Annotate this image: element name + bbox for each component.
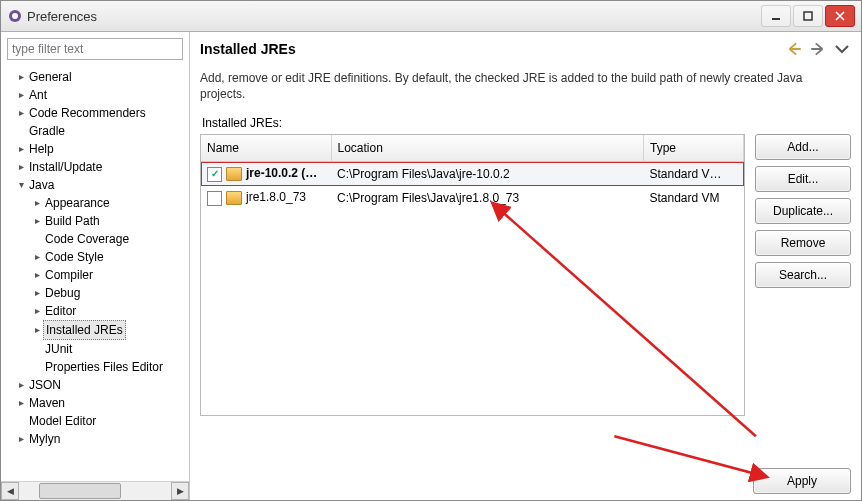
tree-twisty-icon[interactable]: ▸ [31,266,43,284]
svg-point-1 [12,13,18,19]
tree-item[interactable]: ▸General [3,68,189,86]
scroll-right-arrow-icon[interactable]: ▶ [171,482,189,500]
tree-item-label: Editor [43,302,78,320]
jre-checkbox[interactable] [207,167,222,182]
tree-item[interactable]: JUnit [3,340,189,358]
add-button[interactable]: Add... [755,134,851,160]
tree-twisty-icon[interactable]: ▸ [15,376,27,394]
tree-item[interactable]: ▸Code Style [3,248,189,266]
forward-icon[interactable] [809,40,827,58]
filter-input[interactable] [7,38,183,60]
tree-twisty-icon[interactable]: ▸ [31,321,43,339]
column-header-name[interactable]: Name [201,135,331,162]
tree-item[interactable]: Properties Files Editor [3,358,189,376]
back-icon[interactable] [785,40,803,58]
jre-icon [226,167,242,181]
tree-twisty-icon[interactable]: ▸ [15,158,27,176]
scrollbar-thumb[interactable] [39,483,121,499]
tree-item-label: Installed JREs [43,320,126,340]
tree-item[interactable]: ▸Mylyn [3,430,189,448]
jre-table[interactable]: Name Location Type jre-10.0.2 (…C:\Progr… [200,134,745,416]
tree-item[interactable]: ▸Code Recommenders [3,104,189,122]
tree-item-label: JUnit [43,340,74,358]
tree-twisty-icon[interactable]: ▸ [15,68,27,86]
tree-twisty-icon[interactable]: ▸ [15,430,27,448]
list-label: Installed JREs: [200,112,851,134]
remove-button[interactable]: Remove [755,230,851,256]
tree-twisty-icon[interactable]: ▸ [31,302,43,320]
app-icon [7,8,23,24]
search-button[interactable]: Search... [755,262,851,288]
sidebar-horizontal-scrollbar[interactable]: ◀ ▶ [1,481,189,500]
tree-item[interactable]: ▸Install/Update [3,158,189,176]
titlebar[interactable]: Preferences [1,1,861,32]
column-header-location[interactable]: Location [331,135,644,162]
jre-type: Standard V… [644,162,744,187]
minimize-button[interactable] [761,5,791,27]
tree-item[interactable]: Model Editor [3,412,189,430]
page-description: Add, remove or edit JRE definitions. By … [200,64,851,112]
jre-location: C:\Program Files\Java\jre1.8.0_73 [331,186,644,210]
scroll-left-arrow-icon[interactable]: ◀ [1,482,19,500]
maximize-button[interactable] [793,5,823,27]
tree-twisty-icon[interactable]: ▸ [15,86,27,104]
tree-item-label: Code Style [43,248,106,266]
svg-rect-2 [772,18,780,20]
tree-item[interactable]: ▸Maven [3,394,189,412]
tree-item-label: Compiler [43,266,95,284]
tree-item[interactable]: Code Coverage [3,230,189,248]
window-title: Preferences [27,9,761,24]
tree-item[interactable]: ▾Java [3,176,189,194]
table-row[interactable]: jre-10.0.2 (…C:\Program Files\Java\jre-1… [201,162,744,187]
page-title: Installed JREs [200,41,785,57]
tree-item[interactable]: ▸Debug [3,284,189,302]
dropdown-menu-icon[interactable] [833,40,851,58]
tree-item[interactable]: ▸Help [3,140,189,158]
tree-twisty-icon[interactable]: ▸ [15,140,27,158]
tree-item-label: Code Recommenders [27,104,148,122]
sidebar: ▸General▸Ant▸Code RecommendersGradle▸Hel… [1,32,190,500]
tree-item-label: Help [27,140,56,158]
tree-item-label: Build Path [43,212,102,230]
column-header-type[interactable]: Type [644,135,744,162]
main-panel: Installed JREs Add, remove or edit JRE d… [190,32,861,500]
duplicate-button[interactable]: Duplicate... [755,198,851,224]
tree-item[interactable]: ▸Compiler [3,266,189,284]
tree-item-label: Maven [27,394,67,412]
tree-item-label: Model Editor [27,412,98,430]
tree-item[interactable]: ▸Ant [3,86,189,104]
jre-name: jre-10.0.2 (… [246,166,317,180]
tree-item-label: Ant [27,86,49,104]
tree-item[interactable]: Gradle [3,122,189,140]
jre-icon [226,191,242,205]
tree-twisty-icon[interactable]: ▸ [15,394,27,412]
tree-item-label: Mylyn [27,430,62,448]
tree-item-label: Appearance [43,194,112,212]
edit-button[interactable]: Edit... [755,166,851,192]
tree-item[interactable]: ▸JSON [3,376,189,394]
preference-tree[interactable]: ▸General▸Ant▸Code RecommendersGradle▸Hel… [1,66,189,481]
tree-item[interactable]: ▸Editor [3,302,189,320]
tree-twisty-icon[interactable]: ▸ [31,248,43,266]
apply-button[interactable]: Apply [753,468,851,494]
tree-twisty-icon[interactable]: ▸ [15,104,27,122]
tree-item[interactable]: ▸Installed JREs [3,320,189,340]
jre-checkbox[interactable] [207,191,222,206]
tree-item[interactable]: ▸Build Path [3,212,189,230]
tree-item-label: Install/Update [27,158,104,176]
tree-item-label: Java [27,176,56,194]
tree-twisty-icon[interactable]: ▾ [15,176,27,194]
tree-item-label: Properties Files Editor [43,358,165,376]
close-button[interactable] [825,5,855,27]
svg-rect-3 [804,12,812,20]
jre-type: Standard VM [644,186,744,210]
table-row[interactable]: jre1.8.0_73C:\Program Files\Java\jre1.8.… [201,186,744,210]
tree-item[interactable]: ▸Appearance [3,194,189,212]
tree-item-label: Code Coverage [43,230,131,248]
jre-name: jre1.8.0_73 [246,190,306,204]
tree-twisty-icon[interactable]: ▸ [31,284,43,302]
tree-item-label: Gradle [27,122,67,140]
tree-item-label: JSON [27,376,63,394]
tree-twisty-icon[interactable]: ▸ [31,194,43,212]
tree-twisty-icon[interactable]: ▸ [31,212,43,230]
